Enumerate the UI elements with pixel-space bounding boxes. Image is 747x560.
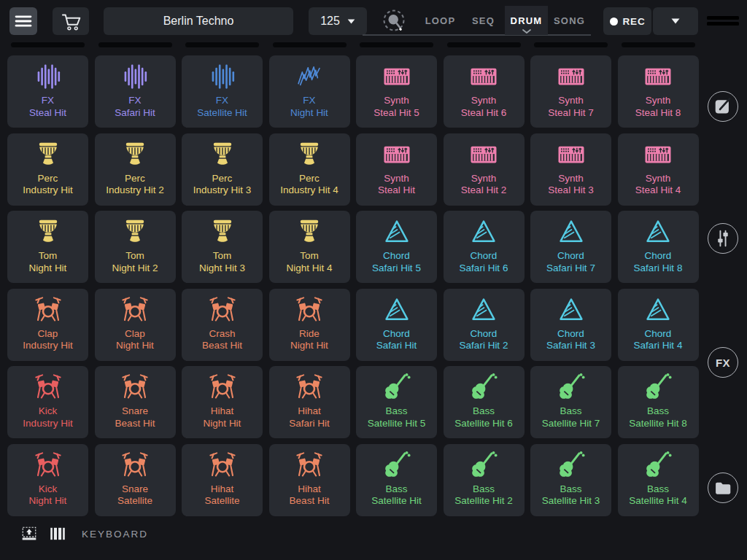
pad[interactable]: BassSatellite Hit 8 bbox=[618, 366, 699, 438]
store-button[interactable] bbox=[53, 7, 89, 35]
pad[interactable]: BassSatellite Hit 2 bbox=[444, 444, 525, 516]
rec-button[interactable]: REC bbox=[603, 7, 651, 35]
pad[interactable]: FXSteal Hit bbox=[7, 55, 88, 128]
hamburger-icon bbox=[11, 9, 36, 34]
pad[interactable]: PercIndustry Hit 3 bbox=[182, 133, 263, 206]
pad[interactable]: BassSatellite Hit 3 bbox=[530, 444, 611, 516]
record-knob-button[interactable] bbox=[380, 7, 408, 34]
folder-icon bbox=[709, 474, 737, 502]
pack-title[interactable]: Berlin Techno bbox=[104, 7, 293, 35]
pad-instrument-label: Synth bbox=[533, 173, 610, 185]
pad[interactable]: BassSatellite Hit 6 bbox=[444, 366, 525, 438]
pad-instrument-label: Hihat bbox=[184, 405, 261, 418]
pad[interactable]: SynthSteal Hit 8 bbox=[618, 55, 699, 128]
pad-sample-label: Safari Hit 4 bbox=[619, 340, 697, 352]
pad[interactable]: ChordSafari Hit 2 bbox=[444, 289, 525, 361]
bass-guitar-icon bbox=[643, 450, 673, 481]
pad-sample-label: Satellite Hit 5 bbox=[358, 418, 436, 430]
pad-panel-button[interactable] bbox=[19, 524, 39, 544]
pad[interactable]: KickIndustry Hit bbox=[7, 366, 88, 438]
pad[interactable]: HihatSatellite bbox=[182, 444, 263, 516]
pad[interactable]: TomNight Hit 3 bbox=[182, 211, 263, 283]
pad[interactable]: BassSatellite Hit 4 bbox=[618, 444, 699, 516]
pad[interactable]: SynthSteal Hit 3 bbox=[530, 133, 611, 206]
loop-progress-bar bbox=[98, 42, 172, 47]
pad[interactable]: SynthSteal Hit 4 bbox=[618, 133, 699, 206]
pad[interactable]: TomNight Hit bbox=[7, 211, 88, 283]
column-indicators bbox=[7, 42, 699, 47]
pad[interactable]: SynthSteal Hit 2 bbox=[444, 133, 525, 206]
pad[interactable]: PercIndustry Hit 2 bbox=[95, 133, 176, 206]
pad-sample-label: Satellite Hit 3 bbox=[533, 495, 610, 508]
pad-instrument-label: Chord bbox=[445, 328, 522, 341]
pad[interactable]: KickNight Hit bbox=[7, 444, 88, 516]
tab-drum[interactable]: DRUM bbox=[505, 6, 548, 35]
pad[interactable]: BassSatellite Hit 7 bbox=[530, 366, 611, 438]
pad[interactable]: TomNight Hit 2 bbox=[95, 211, 176, 283]
pad[interactable]: FXSafari Hit bbox=[95, 55, 176, 128]
pad-instrument-label: Kick bbox=[9, 483, 87, 496]
eject-pad-icon bbox=[19, 524, 39, 544]
pad-instrument-label: Snare bbox=[96, 405, 174, 418]
pad[interactable]: BassSatellite Hit bbox=[356, 444, 437, 516]
menu-button[interactable] bbox=[9, 7, 37, 35]
scribble-icon bbox=[294, 61, 325, 92]
pad-sample-label: Steal Hit 4 bbox=[619, 184, 697, 197]
pad[interactable]: ChordSafari Hit 4 bbox=[618, 289, 699, 361]
sliders-icon bbox=[709, 225, 737, 252]
pad[interactable]: SynthSteal Hit 5 bbox=[356, 55, 437, 128]
pad[interactable]: ClapIndustry Hit bbox=[7, 289, 88, 361]
pad-sample-label: Satellite Hit 8 bbox=[619, 418, 697, 430]
pad[interactable]: PercIndustry Hit 4 bbox=[269, 133, 350, 206]
pad[interactable]: SnareSatellite bbox=[95, 444, 176, 516]
pad-instrument-label: Synth bbox=[358, 173, 436, 185]
pad[interactable]: ChordSafari Hit 3 bbox=[530, 289, 611, 361]
pad[interactable]: ChordSafari Hit 8 bbox=[618, 211, 699, 283]
pad[interactable]: ChordSafari Hit bbox=[356, 289, 437, 361]
pad[interactable]: HihatSafari Hit bbox=[269, 366, 350, 438]
fx-button[interactable]: FX bbox=[708, 347, 738, 378]
pad[interactable]: RideNight Hit bbox=[269, 289, 350, 361]
djembe-icon bbox=[120, 139, 150, 170]
tab-loop[interactable]: LOOP bbox=[419, 6, 462, 35]
pad-instrument-label: Synth bbox=[533, 95, 610, 107]
tab-seq[interactable]: SEQ bbox=[462, 6, 505, 35]
pad-instrument-label: Perc bbox=[9, 173, 87, 185]
edit-button[interactable] bbox=[708, 91, 738, 122]
pad-sample-label: Safari Hit bbox=[271, 418, 348, 430]
synth-keyboard-icon bbox=[382, 139, 412, 170]
pad[interactable]: ChordSafari Hit 6 bbox=[444, 211, 525, 283]
pad[interactable]: SnareBeast Hit bbox=[95, 366, 176, 438]
pad[interactable]: ChordSafari Hit 5 bbox=[356, 211, 437, 283]
pad[interactable]: SynthSteal Hit bbox=[356, 133, 437, 206]
bpm-selector[interactable]: 125 bbox=[309, 7, 367, 35]
pad-sample-label: Industry Hit 2 bbox=[96, 184, 174, 197]
pad-instrument-label: Synth bbox=[445, 95, 522, 107]
striped-triangle-icon bbox=[468, 295, 499, 325]
pad[interactable]: ChordSafari Hit 7 bbox=[530, 211, 611, 283]
pad[interactable]: SynthSteal Hit 7 bbox=[530, 55, 611, 128]
pad[interactable]: PercIndustry Hit bbox=[7, 133, 88, 206]
tab-song[interactable]: SONG bbox=[548, 6, 591, 35]
pad[interactable]: BassSatellite Hit 5 bbox=[356, 366, 437, 438]
pad[interactable]: CrashBeast Hit bbox=[182, 289, 263, 361]
pad[interactable]: ClapNight Hit bbox=[95, 289, 176, 361]
pad-instrument-label: Tom bbox=[184, 250, 261, 262]
mixer-button[interactable] bbox=[708, 223, 738, 254]
pad-sample-label: Night Hit bbox=[271, 107, 348, 120]
djembe-icon bbox=[33, 217, 63, 247]
library-button[interactable] bbox=[708, 472, 738, 503]
keyboard-button[interactable] bbox=[47, 524, 67, 544]
pad[interactable]: TomNight Hit 4 bbox=[269, 211, 350, 283]
pad-instrument-label: Chord bbox=[619, 250, 697, 262]
pad[interactable]: SynthSteal Hit 6 bbox=[444, 55, 525, 128]
rec-options-dropdown[interactable] bbox=[653, 7, 698, 35]
pad-sample-label: Safari Hit 6 bbox=[445, 262, 522, 275]
pad[interactable]: HihatNight Hit bbox=[182, 366, 263, 438]
pad-sample-label: Satellite bbox=[96, 495, 174, 508]
pad[interactable]: FXNight Hit bbox=[269, 55, 350, 128]
pad[interactable]: FXSatellite Hit bbox=[182, 55, 263, 128]
striped-triangle-icon bbox=[382, 217, 412, 247]
drag-grip-icon[interactable] bbox=[707, 16, 739, 28]
pad[interactable]: HihatBeast Hit bbox=[269, 444, 350, 516]
